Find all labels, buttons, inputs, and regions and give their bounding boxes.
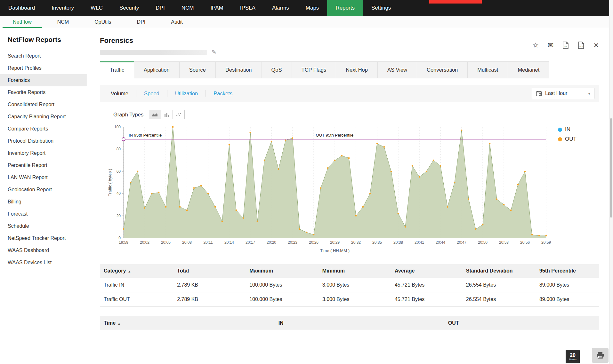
sidebar-item-report-profiles[interactable]: Report Profiles [0, 62, 87, 74]
tab-conversation[interactable]: Conversation [417, 61, 468, 78]
view-tab-packets[interactable]: Packets [206, 90, 240, 97]
tab-destination[interactable]: Destination [216, 61, 262, 78]
favorite-star-icon[interactable]: ☆ [532, 42, 539, 49]
graph-type-scatter-button[interactable] [173, 110, 185, 119]
svg-text:20:20: 20:20 [267, 240, 276, 245]
alarms-widget[interactable]: 20 Alarms [566, 350, 580, 363]
col-out: OUT [444, 316, 599, 330]
nav-item-ipsla[interactable]: IPSLA [232, 0, 264, 16]
cell-minimum: 3.000 Bytes [319, 278, 391, 292]
traffic-detail-table: Time▲ IN OUT [100, 316, 599, 330]
sidebar-item-billing[interactable]: Billing [0, 196, 87, 208]
col-time[interactable]: Time▲ [100, 316, 275, 330]
svg-text:PDF: PDF [564, 46, 568, 48]
cell-maximum: 100.000 Bytes [246, 278, 319, 292]
tab-source[interactable]: Source [180, 61, 216, 78]
module-tab-audit[interactable]: Audit [158, 16, 195, 28]
scrollbar-thumb[interactable] [610, 118, 612, 218]
svg-text:20:59: 20:59 [541, 240, 551, 245]
cell-minimum: 3.000 Bytes [319, 292, 391, 307]
sidebar: NetFlow Reports Search Report Report Pro… [0, 28, 87, 364]
sidebar-item-forensics[interactable]: Forensics [0, 74, 87, 86]
legend-out[interactable]: OUT [558, 136, 577, 142]
tab-tcp-flags[interactable]: TCP Flags [292, 61, 336, 78]
close-icon[interactable]: ✕ [593, 42, 599, 49]
module-tab-netflow[interactable]: NetFlow [0, 16, 44, 28]
nav-item-reports[interactable]: Reports [327, 0, 363, 16]
tab-as-view[interactable]: AS View [378, 61, 417, 78]
nav-item-security[interactable]: Security [111, 0, 147, 16]
sidebar-item-netspeed-tracker-report[interactable]: NetSpeed Tracker Report [0, 232, 87, 244]
alarm-count-label: Alarms [569, 358, 577, 361]
email-report-icon[interactable]: ✉ [548, 42, 553, 49]
tab-medianet[interactable]: Medianet [508, 61, 549, 78]
tab-traffic[interactable]: Traffic [100, 61, 134, 78]
tab-application[interactable]: Application [134, 61, 180, 78]
col-95th-percentile: 95th Percentile [536, 264, 599, 278]
nav-item-dashboard[interactable]: Dashboard [0, 0, 43, 16]
sidebar-item-protocol-distribution[interactable]: Protocol Distribution [0, 135, 87, 147]
sidebar-item-percentile-report[interactable]: Percentile Report [0, 159, 87, 171]
graph-type-area-button[interactable] [149, 110, 161, 119]
nav-item-alarms[interactable]: Alarms [264, 0, 297, 16]
view-tab-volume[interactable]: Volume [103, 90, 136, 97]
svg-text:20:17: 20:17 [246, 240, 255, 245]
sidebar-item-waas-devices-list[interactable]: WAAS Devices List [0, 257, 87, 269]
svg-text:Time ( HH:MM ): Time ( HH:MM ) [320, 248, 350, 253]
svg-text:CSV: CSV [579, 46, 583, 48]
sidebar-item-forecast[interactable]: Forecast [0, 208, 87, 220]
sidebar-item-geolocation-report[interactable]: Geolocation Report [0, 184, 87, 196]
module-tab-dpi[interactable]: DPI [124, 16, 158, 28]
legend-in-label: IN [565, 126, 570, 133]
view-tab-utilization[interactable]: Utilization [167, 90, 206, 97]
svg-text:20:44: 20:44 [436, 240, 445, 245]
sort-asc-icon[interactable]: ▲ [117, 322, 121, 325]
sidebar-item-compare-reports[interactable]: Compare Reports [0, 123, 87, 135]
cell-maximum: 100.000 Bytes [246, 292, 319, 307]
view-strip: Volume Speed Utilization Packets [100, 85, 599, 102]
time-range-selector[interactable]: Last Hour ▾ [532, 88, 594, 99]
svg-text:20:29: 20:29 [330, 240, 340, 245]
cell-category: Traffic OUT [100, 292, 173, 307]
nav-item-ipam[interactable]: IPAM [202, 0, 231, 16]
svg-text:20:08: 20:08 [182, 240, 192, 245]
col-category[interactable]: Category▲ [100, 264, 173, 278]
cell-95th-percentile: 89.000 Bytes [536, 278, 599, 292]
export-csv-icon[interactable]: CSV [578, 42, 584, 49]
cell-average: 45.721 Bytes [391, 278, 462, 292]
top-navigation: Dashboard Inventory WLC Security DPI NCM… [0, 0, 613, 16]
module-tab-oputils[interactable]: OpUtils [82, 16, 124, 28]
sidebar-item-favorite-reports[interactable]: Favorite Reports [0, 86, 87, 99]
tab-next-hop[interactable]: Next Hop [336, 61, 378, 78]
sidebar-item-capacity-planning-report[interactable]: Capacity Planning Report [0, 111, 87, 123]
nav-item-inventory[interactable]: Inventory [43, 0, 82, 16]
sidebar-item-search-report[interactable]: Search Report [0, 50, 87, 62]
graph-types-row: Graph Types [100, 110, 599, 119]
scatter-chart-icon [176, 113, 181, 117]
tab-multicast[interactable]: Multicast [468, 61, 508, 78]
table-row-traffic-in: Traffic IN 2.789 KB 100.000 Bytes 3.000 … [100, 278, 599, 292]
graph-types-label: Graph Types [113, 112, 143, 118]
sidebar-item-lan-wan-report[interactable]: LAN WAN Report [0, 171, 87, 184]
legend-in[interactable]: IN [558, 126, 577, 133]
page-title: Forensics [100, 36, 216, 45]
nav-item-settings[interactable]: Settings [363, 0, 399, 16]
export-pdf-icon[interactable]: PDF [562, 42, 569, 49]
edit-pencil-icon[interactable]: ✎ [212, 49, 216, 56]
sidebar-item-waas-dashboard[interactable]: WAAS Dashboard [0, 244, 87, 257]
nav-item-maps[interactable]: Maps [297, 0, 327, 16]
nav-item-dpi[interactable]: DPI [147, 0, 173, 16]
sort-asc-icon[interactable]: ▲ [128, 270, 131, 273]
graph-type-bar-button[interactable] [161, 110, 173, 119]
sidebar-item-inventory-report[interactable]: Inventory Report [0, 147, 87, 159]
sidebar-item-schedule[interactable]: Schedule [0, 220, 87, 232]
view-tab-speed[interactable]: Speed [136, 90, 167, 97]
sidebar-item-consolidated-report[interactable]: Consolidated Report [0, 99, 87, 111]
module-tab-ncm[interactable]: NCM [44, 16, 82, 28]
nav-item-wlc[interactable]: WLC [82, 0, 111, 16]
detail-header-row: Time▲ IN OUT [100, 316, 599, 330]
tab-qos[interactable]: QoS [262, 61, 292, 78]
nav-item-ncm[interactable]: NCM [173, 0, 202, 16]
print-button[interactable] [592, 348, 609, 363]
vertical-scrollbar[interactable] [609, 0, 613, 364]
